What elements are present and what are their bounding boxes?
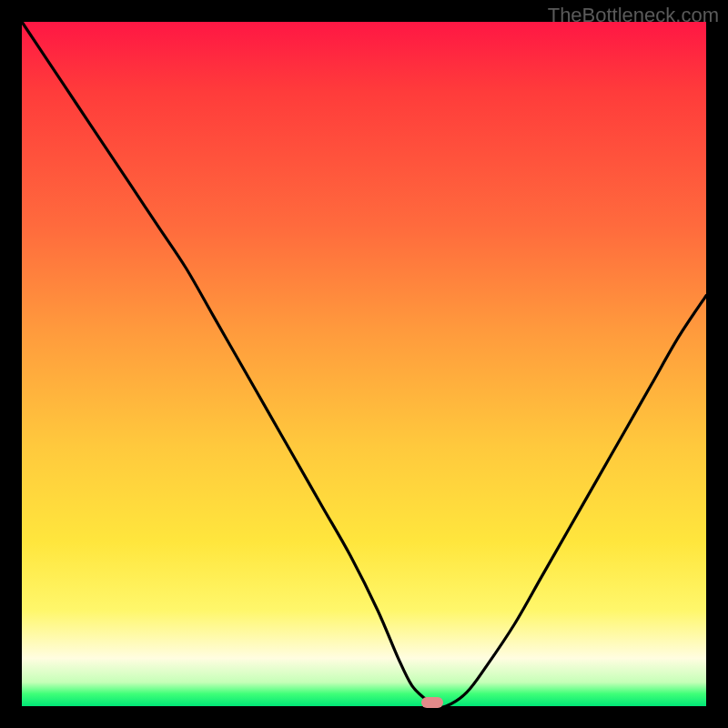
minimum-marker [421,697,443,708]
plot-area [22,22,706,706]
bottleneck-curve [22,22,706,706]
watermark-text: TheBottleneck.com [548,4,719,27]
chart-frame: TheBottleneck.com [0,0,728,728]
